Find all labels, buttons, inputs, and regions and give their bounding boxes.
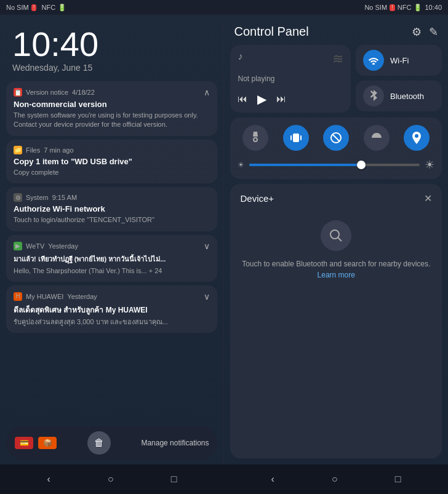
note-icon: ♪ <box>238 51 242 62</box>
home-button-right[interactable]: ○ <box>332 474 338 485</box>
notification-version[interactable]: 📋 Version notice 4/18/22 ∧ Non-commercia… <box>6 81 217 136</box>
back-button-right[interactable]: ‹ <box>271 474 274 485</box>
media-play-button[interactable]: ▶ <box>257 92 266 106</box>
notif-expand-wetv[interactable]: ∨ <box>204 241 210 251</box>
svg-rect-2 <box>300 135 302 140</box>
notif-expand-huawei[interactable]: ∨ <box>204 292 210 301</box>
svg-rect-1 <box>290 135 292 140</box>
nav-bar-left: ‹ ○ □ <box>0 464 224 494</box>
notif-app-huawei: My HUAWEI <box>26 293 63 300</box>
edit-icon[interactable]: ✎ <box>429 25 438 39</box>
svg-line-6 <box>338 237 342 241</box>
notif-title-version: Non-commercial version <box>14 100 210 109</box>
notif-icon-huawei: H <box>14 292 22 301</box>
brightness-high-icon: ☀ <box>425 158 434 172</box>
svg-line-4 <box>332 134 340 141</box>
notification-files[interactable]: 📁 Files 7 min ago Copy 1 item to "WD USB… <box>6 140 217 183</box>
time-section: 10:40 Wednesday, June 15 <box>0 15 223 81</box>
flashlight-button[interactable] <box>242 125 268 151</box>
media-card: ♪ ≋ Not playing ⏮ ▶ ⏭ <box>230 45 351 113</box>
notif-time-huawei: Yesterday <box>67 293 97 300</box>
status-bar-right: No SIM ! NFC 🔋 10:40 <box>224 0 448 15</box>
notifications-area: 📋 Version notice 4/18/22 ∧ Non-commercia… <box>0 81 223 423</box>
notif-header-files: 📁 Files 7 min ago <box>14 146 210 154</box>
bottom-manage-bar: 💳 📦 🗑 Manage notifications <box>6 426 217 460</box>
notif-body-wetv: Hello, The Sharpshooter (Thai Ver.) This… <box>14 266 210 276</box>
brightness-row: ☀ ☀ <box>235 158 437 172</box>
bottom-icon-card: 💳 <box>15 437 33 449</box>
device-plus-header: Device+ ✕ <box>240 193 432 204</box>
notif-body-huawei: รับคูปองส่วนลดสูงสุด 3,000 บาท และของสมน… <box>14 317 210 327</box>
recents-button-right[interactable]: □ <box>395 474 401 485</box>
battery-left: 🔋 <box>58 4 66 12</box>
nav-bar-right: ‹ ○ □ <box>224 464 448 494</box>
wifi-icon <box>363 50 384 71</box>
media-controls: ⏮ ▶ ⏭ <box>238 92 343 106</box>
notif-time-version: 4/18/22 <box>72 89 95 96</box>
quick-toggles: Wi-Fi Bluetooth <box>356 45 442 113</box>
location-button[interactable] <box>404 125 430 151</box>
carrier-left: No SIM <box>6 4 29 11</box>
notif-body-version: The system software you're using is for … <box>14 111 210 130</box>
media-next-button[interactable]: ⏭ <box>276 94 286 105</box>
bottom-app-icons: 💳 📦 <box>15 437 57 449</box>
brightness-low-icon: ☀ <box>238 161 244 169</box>
vibrate-button[interactable] <box>283 125 309 151</box>
home-button-left[interactable]: ○ <box>108 474 114 485</box>
notif-time-files: 7 min ago <box>44 146 73 154</box>
nfc-button[interactable] <box>364 125 390 151</box>
device-plus-search-icon[interactable] <box>321 220 351 251</box>
notif-app-version: Version notice <box>26 89 68 96</box>
notif-app-wetv: WeTV <box>26 242 44 250</box>
device-plus-card: Device+ ✕ Touch to enable Bluetooth and … <box>230 184 442 458</box>
device-plus-description: Touch to enable Bluetooth and search for… <box>240 258 432 281</box>
notif-icon-files: 📁 <box>14 146 22 154</box>
quick-buttons-row: ☀ ☀ <box>230 118 442 179</box>
date-display: Wednesday, June 15 <box>12 63 211 73</box>
carrier-right: No SIM <box>364 4 387 11</box>
recents-button-left[interactable]: □ <box>171 474 177 485</box>
notification-wetv[interactable]: ▶ WeTV Yesterday ∨ มาแล้ว! เทียวทำปฏฺฐี … <box>6 235 217 282</box>
waveform-icon: ≋ <box>332 51 343 67</box>
left-panel: 10:40 Wednesday, June 15 📋 Version notic… <box>0 15 223 464</box>
notif-header-huawei: H My HUAWEI Yesterday ∨ <box>14 292 210 301</box>
status-bar: No SIM ! NFC 🔋 No SIM ! NFC 🔋 10:40 <box>0 0 448 15</box>
trash-icon: 🗑 <box>94 437 104 448</box>
wifi-toggle[interactable]: Wi-Fi <box>356 45 442 76</box>
status-bar-left: No SIM ! NFC 🔋 <box>0 0 224 15</box>
nfc-right: NFC <box>398 4 412 11</box>
bottom-icon-app: 📦 <box>38 437 57 449</box>
brightness-slider[interactable] <box>249 164 420 166</box>
notification-system[interactable]: ⚙ System 9:15 AM Authorize Wi-Fi network… <box>6 187 217 231</box>
notif-header-system: ⚙ System 9:15 AM <box>14 193 210 202</box>
back-button-left[interactable]: ‹ <box>47 474 50 485</box>
battery-right: 🔋 <box>414 4 422 12</box>
brightness-thumb[interactable] <box>357 161 366 169</box>
nfc-left: NFC <box>41 4 55 11</box>
notif-icon-system: ⚙ <box>14 193 22 202</box>
dnd-button[interactable] <box>323 125 349 151</box>
media-prev-button[interactable]: ⏮ <box>238 94 247 105</box>
time-right: 10:40 <box>425 4 442 11</box>
delete-notifications-button[interactable]: 🗑 <box>87 431 111 455</box>
device-plus-close-button[interactable]: ✕ <box>424 193 432 204</box>
notif-header-wetv: ▶ WeTV Yesterday ∨ <box>14 241 210 251</box>
wifi-label: Wi-Fi <box>390 56 409 65</box>
time-display: 10:40 <box>12 27 211 62</box>
bluetooth-label: Bluetooth <box>390 92 424 101</box>
warning-right: ! <box>390 4 395 11</box>
settings-icon[interactable]: ⚙ <box>412 25 422 39</box>
control-panel-header: Control Panel ⚙ ✎ <box>230 15 442 45</box>
notification-huawei[interactable]: H My HUAWEI Yesterday ∨ ดีลเด็ดสุดพิเศษ … <box>6 285 217 333</box>
right-panel: Control Panel ⚙ ✎ ♪ ≋ Not playing ⏮ ▶ ⏭ <box>224 15 448 464</box>
notif-icon-wetv: ▶ <box>14 242 22 250</box>
notif-expand-version[interactable]: ∧ <box>204 87 210 97</box>
notif-body-files: Copy complete <box>14 168 210 177</box>
device-plus-learn-more[interactable]: Learn more <box>318 271 355 279</box>
device-plus-title: Device+ <box>240 193 274 204</box>
bluetooth-icon <box>363 86 384 106</box>
nav-bar: ‹ ○ □ ‹ ○ □ <box>0 464 448 494</box>
bluetooth-toggle[interactable]: Bluetooth <box>356 81 442 111</box>
manage-notifications-button[interactable]: Manage notifications <box>141 439 209 447</box>
svg-point-5 <box>330 230 339 239</box>
